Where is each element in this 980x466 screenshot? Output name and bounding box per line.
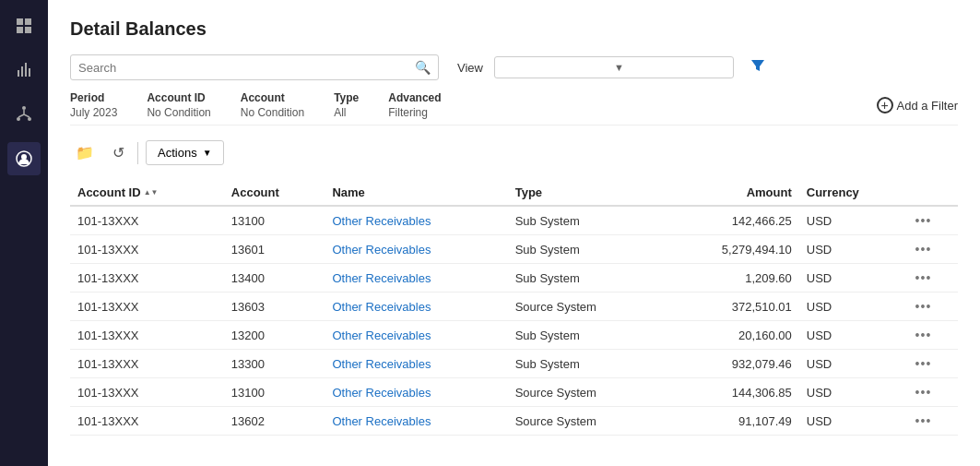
name-link-7[interactable]: Other Receivables	[332, 414, 431, 428]
svg-point-5	[17, 117, 20, 121]
filter-row: Period July 2023 Account ID No Condition…	[70, 91, 958, 125]
col-header-type: Type	[508, 180, 663, 206]
col-name-label: Name	[332, 185, 364, 199]
caret-down-icon: ▼	[203, 148, 212, 158]
svg-point-6	[28, 117, 31, 121]
cell-name-1: Other Receivables	[325, 235, 507, 264]
analytics-icon[interactable]	[7, 54, 41, 87]
cell-account-6: 13100	[224, 378, 325, 407]
hierarchy-icon[interactable]	[7, 98, 41, 131]
cell-account-id-3: 101-13XXX	[70, 293, 224, 321]
name-link-2[interactable]: Other Receivables	[332, 271, 431, 285]
cell-amount-7: 91,107.49	[663, 407, 799, 436]
cell-type-3: Source System	[508, 293, 663, 321]
filter-type-value: All	[334, 106, 359, 119]
col-header-account-id[interactable]: Account ID ▲▼	[70, 180, 224, 206]
cell-account-5: 13300	[224, 350, 325, 378]
cell-name-5: Other Receivables	[325, 350, 507, 378]
more-options-button-7[interactable]: •••	[915, 413, 932, 428]
filter-icon[interactable]	[749, 56, 767, 79]
name-link-3[interactable]: Other Receivables	[332, 300, 431, 314]
folder-icon-button[interactable]: 📁	[70, 140, 100, 165]
more-options-button-6[interactable]: •••	[915, 385, 932, 400]
cell-type-7: Source System	[508, 407, 663, 436]
page-title: Detail Balances	[70, 18, 958, 40]
more-options-button-5[interactable]: •••	[915, 356, 932, 371]
cell-more-6: •••	[908, 378, 958, 407]
col-type-label: Type	[515, 185, 542, 199]
cell-type-1: Sub System	[508, 235, 663, 264]
more-options-button-4[interactable]: •••	[915, 328, 932, 342]
name-link-6[interactable]: Other Receivables	[332, 386, 431, 400]
cell-more-7: •••	[908, 407, 958, 436]
table-row: 101-13XXX 13603 Other Receivables Source…	[70, 293, 958, 321]
cell-more-1: •••	[908, 235, 958, 264]
table-row: 101-13XXX 13100 Other Receivables Sub Sy…	[70, 206, 958, 235]
person-circle-icon[interactable]	[7, 142, 41, 175]
filter-account-id-value: No Condition	[147, 106, 210, 119]
cell-more-5: •••	[908, 350, 958, 378]
cell-account-id-2: 101-13XXX	[70, 264, 224, 293]
grid-icon[interactable]	[7, 9, 41, 42]
more-options-button-2[interactable]: •••	[915, 270, 932, 285]
cell-amount-0: 142,466.25	[663, 206, 799, 235]
cell-more-3: •••	[908, 293, 958, 321]
cell-currency-6: USD	[799, 378, 908, 407]
actions-button[interactable]: Actions ▼	[146, 140, 224, 165]
cell-name-4: Other Receivables	[325, 321, 507, 350]
svg-rect-0	[17, 18, 23, 25]
sidebar	[0, 0, 48, 466]
cell-type-4: Sub System	[508, 321, 663, 350]
cell-currency-5: USD	[799, 350, 908, 378]
cell-name-7: Other Receivables	[325, 407, 507, 436]
search-input[interactable]	[78, 61, 415, 75]
sort-arrows-account-id[interactable]: ▲▼	[144, 189, 159, 197]
name-link-0[interactable]: Other Receivables	[332, 214, 431, 228]
cell-account-1: 13601	[224, 235, 325, 264]
cell-amount-5: 932,079.46	[663, 350, 799, 378]
search-icon[interactable]: 🔍	[415, 60, 431, 75]
chevron-down-icon: ▼	[614, 62, 726, 73]
filter-advanced[interactable]: Advanced Filtering	[388, 91, 441, 119]
col-header-name: Name	[325, 180, 507, 206]
filter-advanced-label: Advanced	[388, 91, 441, 104]
filter-account[interactable]: Account No Condition	[241, 91, 304, 119]
table-row: 101-13XXX 13300 Other Receivables Sub Sy…	[70, 350, 958, 378]
filter-advanced-value: Filtering	[388, 106, 441, 119]
cell-account-id-0: 101-13XXX	[70, 206, 224, 235]
cell-account-id-5: 101-13XXX	[70, 350, 224, 378]
filter-account-id[interactable]: Account ID No Condition	[147, 91, 210, 119]
add-filter-button[interactable]: + Add a Filter	[877, 97, 958, 114]
folder-icon: 📁	[76, 145, 94, 161]
cell-amount-1: 5,279,494.10	[663, 235, 799, 264]
cell-currency-7: USD	[799, 407, 908, 436]
cell-amount-6: 144,306.85	[663, 378, 799, 407]
cell-amount-2: 1,209.60	[663, 264, 799, 293]
name-link-4[interactable]: Other Receivables	[332, 329, 431, 342]
table-header-row: Account ID ▲▼ Account Name Type Amount	[70, 180, 958, 206]
refresh-button[interactable]: ↺	[107, 140, 130, 165]
cell-amount-4: 20,160.00	[663, 321, 799, 350]
toolbar: 📁 ↺ Actions ▼	[70, 137, 958, 169]
svg-point-4	[22, 106, 26, 110]
cell-type-6: Source System	[508, 378, 663, 407]
more-options-button-1[interactable]: •••	[915, 242, 932, 257]
col-header-account: Account	[224, 180, 325, 206]
view-dropdown[interactable]: ▼	[494, 56, 734, 78]
col-header-actions	[908, 180, 958, 206]
table-row: 101-13XXX 13100 Other Receivables Source…	[70, 378, 958, 407]
filter-type[interactable]: Type All	[334, 91, 359, 119]
name-link-5[interactable]: Other Receivables	[332, 357, 431, 371]
more-options-button-3[interactable]: •••	[915, 299, 932, 314]
cell-currency-2: USD	[799, 264, 908, 293]
refresh-icon: ↺	[112, 145, 124, 161]
search-view-row: 🔍 View ▼	[70, 54, 958, 80]
search-box[interactable]: 🔍	[70, 54, 439, 80]
filter-period[interactable]: Period July 2023	[70, 91, 117, 119]
col-amount-label: Amount	[747, 185, 792, 199]
view-label: View	[457, 61, 483, 75]
filter-account-value: No Condition	[241, 106, 304, 119]
cell-amount-3: 372,510.01	[663, 293, 799, 321]
more-options-button-0[interactable]: •••	[915, 213, 932, 228]
name-link-1[interactable]: Other Receivables	[332, 243, 431, 257]
